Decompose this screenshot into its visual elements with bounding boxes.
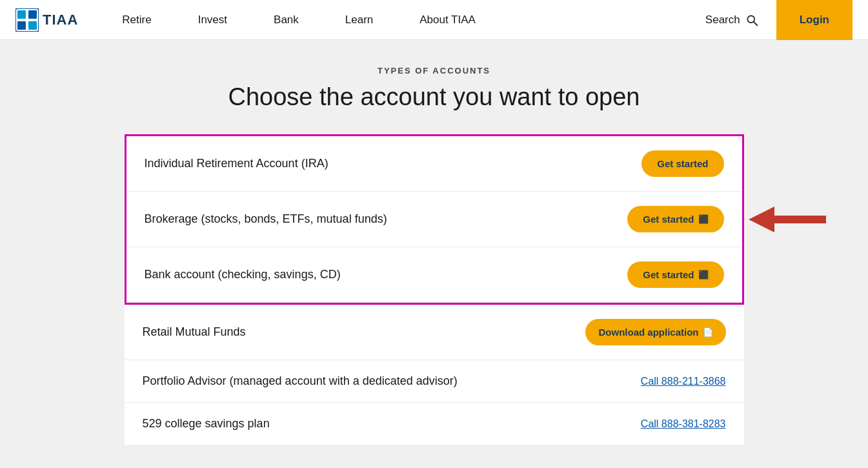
- table-row: Bank account (checking, savings, CD) Get…: [126, 247, 742, 303]
- table-row: Brokerage (stocks, bonds, ETFs, mutual f…: [126, 192, 742, 247]
- logo-text: TIAA: [43, 12, 78, 28]
- svg-line-6: [754, 21, 757, 25]
- mutual-funds-download-button[interactable]: Download application 📄: [585, 319, 725, 345]
- search-icon: [745, 14, 758, 26]
- arrow-icon: [749, 207, 826, 232]
- svg-rect-3: [17, 21, 26, 30]
- svg-rect-1: [17, 10, 26, 19]
- ira-get-started-button[interactable]: Get started: [641, 150, 723, 177]
- svg-marker-7: [749, 207, 826, 232]
- external-link-icon2: ⬛: [698, 270, 709, 280]
- nav-bank[interactable]: Bank: [250, 0, 322, 40]
- section-title: Choose the account you want to open: [228, 83, 640, 111]
- search-label: Search: [705, 14, 740, 26]
- table-row: Individual Retirement Account (IRA) Get …: [126, 136, 742, 192]
- account-brokerage-label: Brokerage (stocks, bonds, ETFs, mutual f…: [145, 212, 387, 226]
- nav-links: Retire Invest Bank Learn About TIAA: [99, 0, 692, 40]
- login-button[interactable]: Login: [776, 0, 853, 40]
- bank-get-started-button[interactable]: Get started ⬛: [627, 261, 723, 288]
- accounts-wrapper: Individual Retirement Account (IRA) Get …: [125, 134, 744, 445]
- 529-call-link[interactable]: Call 888-381-8283: [641, 418, 726, 430]
- nav-invest[interactable]: Invest: [175, 0, 250, 40]
- account-bank-label: Bank account (checking, savings, CD): [145, 268, 341, 281]
- download-icon: 📄: [703, 327, 713, 337]
- section-eyebrow: TYPES OF ACCOUNTS: [378, 66, 490, 76]
- table-row: Retail Mutual Funds Download application…: [125, 305, 744, 360]
- search-button[interactable]: Search: [692, 14, 771, 26]
- table-row: Portfolio Advisor (managed account with …: [125, 360, 744, 403]
- brokerage-get-started-button[interactable]: Get started ⬛: [627, 206, 723, 232]
- main-content: TYPES OF ACCOUNTS Choose the account you…: [0, 40, 868, 468]
- tiaa-logo-icon: [15, 8, 39, 32]
- highlighted-accounts: Individual Retirement Account (IRA) Get …: [125, 134, 744, 305]
- logo[interactable]: TIAA: [15, 8, 78, 32]
- svg-rect-4: [28, 21, 37, 30]
- nav-learn[interactable]: Learn: [322, 0, 396, 40]
- account-portfolio-label: Portfolio Advisor (managed account with …: [143, 374, 458, 388]
- nav-retire[interactable]: Retire: [99, 0, 174, 40]
- external-link-icon: ⬛: [698, 214, 709, 224]
- navigation: TIAA Retire Invest Bank Learn About TIAA…: [0, 0, 868, 40]
- account-ira-label: Individual Retirement Account (IRA): [145, 157, 328, 170]
- account-529-label: 529 college savings plan: [143, 417, 270, 431]
- nav-about[interactable]: About TIAA: [396, 0, 499, 40]
- account-mutual-funds-label: Retail Mutual Funds: [143, 325, 246, 339]
- portfolio-call-link[interactable]: Call 888-211-3868: [641, 376, 726, 387]
- table-row: 529 college savings plan Call 888-381-82…: [125, 403, 744, 445]
- arrow-indicator: [749, 207, 826, 232]
- regular-accounts: Retail Mutual Funds Download application…: [125, 305, 744, 445]
- svg-rect-2: [28, 10, 37, 19]
